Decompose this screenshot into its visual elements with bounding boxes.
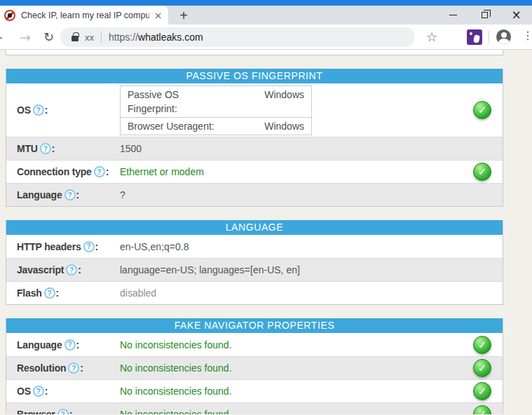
table-row: Javascript ? : language=en-US; languages… — [6, 258, 503, 281]
row-label: OS ? : — [6, 386, 120, 397]
row-value: ? — [120, 189, 503, 200]
status-cell: ✓ — [461, 336, 503, 354]
url-scheme: https:// — [109, 32, 138, 43]
bookmark-star-icon[interactable]: ☆ — [426, 29, 437, 44]
status-cell: ✓ — [461, 405, 503, 414]
browser-tab[interactable]: Check IP, learn my real IP compu × — [0, 6, 168, 25]
toolbar-divider — [489, 31, 489, 43]
table-row: HTTP headers ? : en-US,en;q=0.8 — [6, 235, 503, 258]
row-value: 1500 — [120, 143, 503, 154]
table-header: PASSIVE OS FINGERPRINT — [6, 69, 503, 83]
table-row: Language ? : ? — [6, 183, 503, 206]
table-row: Resolution ? : No inconsistencies found.… — [6, 356, 503, 379]
lock-icon[interactable] — [71, 36, 79, 41]
table-row: OS ? : No inconsistencies found. ✓ — [6, 379, 503, 402]
check-ok-icon: ✓ — [473, 163, 491, 181]
help-icon[interactable]: ? — [33, 104, 44, 116]
check-ok-icon: ✓ — [473, 405, 491, 414]
check-ok-icon: ✓ — [473, 382, 491, 400]
row-value: No inconsistencies found. — [120, 362, 461, 374]
address-bar[interactable]: xx https:// whatleaks.com — [60, 27, 415, 47]
window-controls: × — [437, 6, 532, 25]
help-icon[interactable]: ? — [94, 166, 105, 177]
row-value: language=en-US; languages=[en-US, en] — [120, 264, 503, 275]
row-label: OS ? : — [6, 104, 120, 116]
table-row: Language ? : No inconsistencies found. ✓ — [6, 333, 503, 356]
row-value: disabled — [120, 287, 503, 299]
help-icon[interactable]: ? — [68, 362, 79, 374]
row-value: No inconsistencies found. — [120, 339, 461, 351]
row-label: HTTP headers ? : — [6, 241, 120, 252]
row-label: Browser ? : — [6, 409, 120, 414]
browser-menu-icon[interactable]: ⋮ — [522, 29, 532, 42]
minimize-button[interactable] — [437, 6, 469, 25]
check-ok-icon: ✓ — [473, 336, 491, 354]
tab-title: Check IP, learn my real IP compu — [21, 11, 149, 20]
restore-button[interactable] — [469, 6, 500, 25]
row-value: Passive OS Fingerprint: Windows Browser … — [120, 86, 461, 135]
table-header: FAKE NAVIGATOR PROPERTIES — [6, 318, 503, 333]
table-row: OS ? : Passive OS Fingerprint: Windows B… — [6, 83, 503, 137]
back-button[interactable]: ← — [0, 29, 3, 46]
status-cell: ✓ — [461, 163, 503, 181]
table-row: Connection type ? : Ethernet or modem ✓ — [6, 160, 503, 183]
status-cell: ✓ — [461, 359, 503, 377]
row-value: No inconsistencies found. — [120, 386, 461, 397]
table-row: Flash ? : disabled — [6, 281, 503, 304]
forward-button[interactable]: → — [20, 29, 31, 46]
help-icon[interactable]: ? — [64, 339, 76, 351]
help-icon[interactable]: ? — [83, 241, 95, 252]
url-host: whatleaks.com — [138, 32, 203, 43]
row-label: Language ? : — [6, 339, 120, 351]
table-language: LANGUAGE HTTP headers ? : en-US,en;q=0.8… — [6, 220, 503, 305]
previous-table-edge — [6, 50, 503, 55]
help-icon[interactable]: ? — [33, 386, 44, 397]
row-label: Javascript ? : — [6, 264, 120, 275]
table-passive-os-fingerprint: PASSIVE OS FINGERPRINT OS ? : Passive OS… — [6, 69, 503, 207]
row-label: Flash ? : — [6, 287, 120, 299]
new-tab-button[interactable]: + — [175, 7, 192, 24]
close-window-button[interactable]: × — [500, 6, 532, 25]
profile-avatar[interactable] — [496, 29, 511, 44]
tab-close-icon[interactable]: × — [152, 9, 164, 21]
check-ok-icon: ✓ — [473, 101, 491, 119]
status-cell: ✓ — [461, 101, 503, 119]
table-row: Browser ? : No inconsistencies found. ✓ — [6, 402, 503, 414]
row-value: No inconsistencies found. — [120, 409, 461, 414]
row-label: Language ? : — [6, 189, 120, 200]
browser-toolbar: ← → ↻ xx https:// whatleaks.com ☆ ⋮ — [0, 25, 532, 50]
row-label: Connection type ? : — [6, 166, 120, 177]
address-separator — [101, 32, 102, 43]
site-favicon-icon — [4, 10, 15, 21]
address-badge: xx — [85, 32, 94, 43]
browser-titlebar: Check IP, learn my real IP compu × + × — [0, 0, 532, 25]
row-label: MTU ? : — [6, 143, 120, 154]
table-header: LANGUAGE — [6, 220, 503, 235]
check-ok-icon: ✓ — [473, 359, 491, 377]
restore-icon — [482, 12, 488, 18]
window-accent-strip — [0, 0, 532, 6]
minimize-icon — [449, 15, 457, 15]
os-detail-row: Browser Useragent: Windows — [121, 117, 311, 135]
os-detail-table: Passive OS Fingerprint: Windows Browser … — [120, 86, 312, 135]
reload-button[interactable]: ↻ — [43, 29, 54, 46]
row-value: Ethernet or modem — [120, 166, 461, 177]
help-icon[interactable]: ? — [57, 409, 69, 414]
help-icon[interactable]: ? — [44, 287, 55, 299]
page-content: PASSIVE OS FINGERPRINT OS ? : Passive OS… — [0, 50, 532, 414]
help-icon[interactable]: ? — [64, 189, 76, 200]
close-icon: × — [511, 9, 521, 21]
row-label: Resolution ? : — [6, 362, 120, 374]
table-row: MTU ? : 1500 — [6, 137, 503, 160]
os-detail-row: Passive OS Fingerprint: Windows — [121, 86, 311, 117]
help-icon[interactable]: ? — [40, 143, 51, 154]
status-cell: ✓ — [461, 382, 503, 400]
help-icon[interactable]: ? — [66, 264, 77, 275]
extension-icon[interactable] — [467, 29, 482, 45]
row-value: en-US,en;q=0.8 — [120, 241, 503, 252]
table-fake-navigator-properties: FAKE NAVIGATOR PROPERTIES Language ? : N… — [6, 318, 503, 414]
